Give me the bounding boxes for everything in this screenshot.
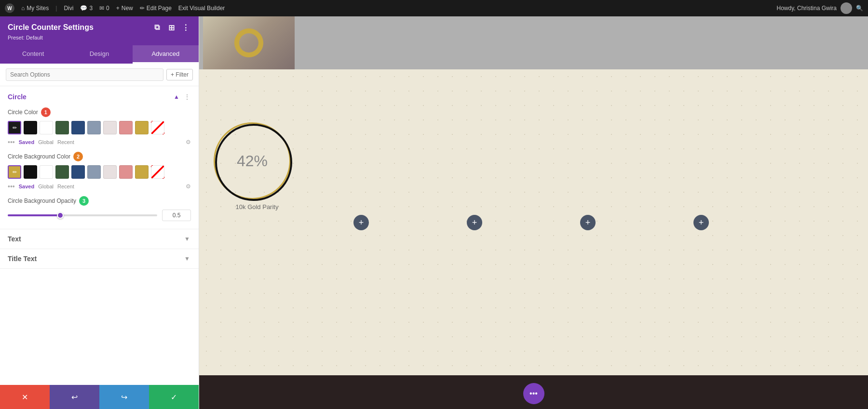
circle-ring: 42% [214,122,291,199]
color-gear-icon[interactable]: ⚙ [186,139,191,145]
collapse-circle-icon[interactable]: ▲ [173,93,180,101]
expand-text-icon[interactable]: ▼ [183,235,191,243]
tab-content[interactable]: Content [0,45,66,64]
bg-recent-label[interactable]: Recent [57,184,74,189]
panel-preset[interactable]: Preset: Default [8,35,191,40]
circle-bg-badge: 2 [73,152,83,161]
title-text-section-header[interactable]: Title Text ▼ [0,249,199,268]
bg-dots-expand-btn[interactable]: ••• [8,183,15,190]
bg-swatch-white[interactable] [40,165,53,179]
circle-bg-color-label: Circle Background Color 2 [8,152,191,161]
bg-swatch-gold[interactable] [135,165,149,179]
color-swatch-transparent[interactable] [151,121,164,134]
global-label[interactable]: Global [38,139,54,145]
recent-label[interactable]: Recent [57,139,74,145]
bg-global-label[interactable]: Global [38,184,54,189]
filter-button[interactable]: + Filter [166,69,193,80]
exit-visual-builder-btn[interactable]: Exit Visual Builder [178,5,225,12]
add-col-btn-2[interactable]: + [467,215,482,230]
canvas-main[interactable]: 42% 10k Gold Parity + + + + [199,69,868,375]
add-col-btn-3[interactable]: + [580,215,596,230]
canvas-footer: ••• [199,375,868,409]
circle-label-text: 10k Gold Parity [214,203,300,211]
edit-page-btn[interactable]: ✏ Edit Page [140,5,172,12]
add-col-btn-4[interactable]: + [693,215,709,230]
circle-section: Circle ▲ ⋮ Circle Color 1 ✏ [0,86,199,229]
bg-swatch-pink-light[interactable] [103,165,117,179]
expand-title-text-icon[interactable]: ▼ [183,255,191,263]
panel-title-text: Circle Counter Settings [8,23,94,32]
bg-color-gear-icon[interactable]: ⚙ [186,183,191,190]
color-swatch-pink-light[interactable] [103,121,117,134]
search-input[interactable] [6,68,163,81]
bg-swatch-green[interactable] [55,165,69,179]
bottom-action-bar: ✕ ↩ ↪ ✓ [0,385,199,409]
title-text-section: Title Text ▼ [0,249,199,269]
wp-bar-right: Howdy, Christina Gwira 🔍 [777,2,863,14]
divi-menu[interactable]: Divi [64,5,73,12]
comments-menu[interactable]: 💬 3 [80,5,93,12]
more-options-icon[interactable]: ⋮ [180,22,191,33]
bg-swatch-slate[interactable] [87,165,101,179]
color-swatch-green[interactable] [55,121,69,134]
circle-section-header[interactable]: Circle ▲ ⋮ [0,86,199,106]
columns-icon[interactable]: ⊞ [166,22,176,33]
save-button[interactable]: ✓ [149,385,199,409]
bg-color-picker-btn[interactable]: ✏ [8,165,21,179]
wordpress-icon[interactable]: W [5,3,14,13]
panel-tabs: Content Design Advanced [0,45,199,64]
circle-opacity-badge: 3 [79,196,89,206]
my-sites-menu[interactable]: ⌂ My Sites [21,5,49,12]
cancel-button[interactable]: ✕ [0,385,50,409]
color-swatch-pink[interactable] [119,121,133,134]
panel-title-icons: ⧉ ⊞ ⋮ [151,22,191,33]
bg-saved-label[interactable]: Saved [19,184,34,189]
color-picker-btn[interactable]: ✏ [8,121,21,134]
svg-point-1 [216,125,291,200]
saved-label[interactable]: Saved [19,139,34,145]
panel-title-row: Circle Counter Settings ⧉ ⊞ ⋮ [8,22,191,33]
bg-swatch-navy[interactable] [71,165,85,179]
circle-color-swatches: ✏ [8,121,191,134]
panel-content: Circle ▲ ⋮ Circle Color 1 ✏ [0,86,199,385]
text-section-header[interactable]: Text ▼ [0,229,199,249]
new-menu[interactable]: + New [116,5,133,12]
canvas-top-strip [199,16,868,69]
text-section: Text ▼ [0,229,199,249]
messages-menu[interactable]: ✉ 0 [99,5,109,12]
panel-header: Circle Counter Settings ⧉ ⊞ ⋮ Preset: De… [0,16,199,45]
dots-expand-btn[interactable]: ••• [8,138,15,146]
circle-section-icons: ▲ ⋮ [173,93,191,101]
circle-section-title: Circle [8,93,27,101]
bg-swatch-pink[interactable] [119,165,133,179]
search-icon[interactable]: 🔍 [856,5,863,12]
circle-progress-svg [214,122,294,202]
opacity-slider-thumb[interactable] [57,212,64,219]
floating-dots-button[interactable]: ••• [523,383,544,404]
color-swatch-black[interactable] [24,121,37,134]
canvas-area: 42% 10k Gold Parity + + + + ••• [199,16,868,409]
circle-counter-widget[interactable]: 42% 10k Gold Parity [214,122,300,211]
circle-more-icon[interactable]: ⋮ [183,93,191,101]
bg-swatch-black[interactable] [24,165,37,179]
main-layout: Circle Counter Settings ⧉ ⊞ ⋮ Preset: De… [0,16,868,409]
color-swatch-gold[interactable] [135,121,149,134]
color-swatch-slate[interactable] [87,121,101,134]
color-swatch-white[interactable] [40,121,53,134]
tab-advanced[interactable]: Advanced [133,45,199,64]
undo-button[interactable]: ↩ [50,385,99,409]
circle-color-meta: ••• Saved Global Recent ⚙ [8,138,191,146]
add-col-btn-1[interactable]: + [353,215,369,230]
color-swatch-navy[interactable] [71,121,85,134]
bg-swatch-transparent[interactable] [151,165,164,179]
redo-button[interactable]: ↪ [99,385,149,409]
circle-color-label: Circle Color 1 [8,107,191,117]
opacity-value-input[interactable]: 0.5 [162,210,191,221]
text-section-title: Text [8,235,21,243]
circle-section-body: Circle Color 1 ✏ [0,106,199,229]
user-avatar[interactable] [841,2,852,14]
window-icon[interactable]: ⧉ [151,22,162,33]
tab-design[interactable]: Design [66,45,132,64]
settings-panel: Circle Counter Settings ⧉ ⊞ ⋮ Preset: De… [0,16,199,409]
opacity-slider-track[interactable] [8,214,157,216]
